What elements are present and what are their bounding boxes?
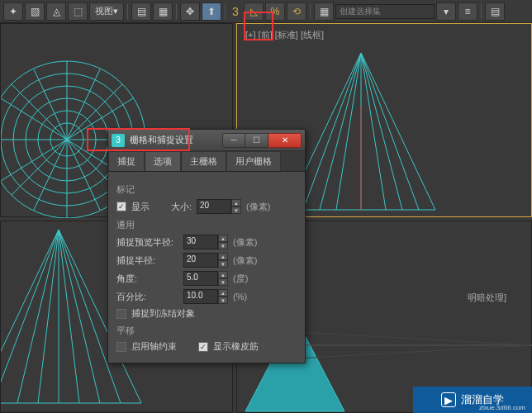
preview-radius-spinner[interactable]: 30 ▲▼ (183, 235, 228, 249)
snap-frozen-checkbox[interactable] (116, 309, 126, 319)
rubber-band-checkbox[interactable]: ✓ (198, 342, 208, 352)
grid-snap-settings-dialog: 3 栅格和捕捉设置 ─ ☐ ✕ 捕捉 选项 主栅格 用户栅格 标记 ✓ 显示 大… (107, 129, 306, 363)
tool-icon[interactable]: ▦ (314, 2, 334, 21)
tab-user-grid[interactable]: 用户栅格 (226, 151, 281, 171)
tab-main-grid[interactable]: 主栅格 (181, 151, 226, 171)
percent-spinner[interactable]: 10.0 ▲▼ (183, 289, 228, 304)
size-unit: (像素) (246, 201, 270, 213)
tool-icon[interactable]: ◬ (46, 2, 66, 21)
viewport-label: 明暗处理] (468, 292, 506, 304)
tool-icon[interactable]: ▦ (153, 2, 173, 21)
watermark: ▶ 溜溜自学 zixue.3d66.com (413, 387, 532, 413)
dialog-title: 栅格和捕捉设置 (130, 134, 222, 146)
angle-snap-icon[interactable]: ⟲ (287, 2, 306, 21)
main-toolbar: ✦ ▧ ◬ ⬚ 视图 ▾ ▤ ▦ ✥ ⬆ 3 ◺ % ⟲ ▦ 创建选择集 ▾ ≡… (0, 0, 532, 23)
angle-label: 角度: (116, 273, 178, 285)
tool-icon[interactable]: ▤ (485, 2, 505, 21)
percent-snap-icon[interactable]: % (265, 2, 285, 21)
tool-active-icon[interactable]: ⬆ (202, 2, 221, 21)
use-axis-checkbox[interactable] (116, 342, 126, 352)
app-icon: 3 (112, 134, 125, 147)
general-group-label: 通用 (116, 219, 297, 231)
use-axis-label: 启用轴约束 (131, 340, 177, 353)
svg-line-19 (303, 53, 361, 210)
snap-radius-label: 捕捉半径: (116, 254, 178, 267)
svg-line-31 (59, 230, 100, 403)
size-label: 大小: (171, 201, 192, 213)
svg-line-28 (17, 230, 59, 403)
percent-label: 百分比: (116, 291, 178, 303)
tool-icon[interactable]: ▾ (436, 2, 456, 21)
move-icon[interactable]: ✥ (180, 2, 200, 21)
dialog-titlebar[interactable]: 3 栅格和捕捉设置 ─ ☐ ✕ (108, 130, 305, 151)
maximize-button[interactable]: ☐ (245, 133, 268, 148)
snap-frozen-label: 捕捉到冻结对象 (131, 307, 195, 320)
tool-icon[interactable]: ✦ (3, 2, 23, 21)
play-icon: ▶ (441, 392, 456, 407)
selection-set-dropdown[interactable]: 创建选择集 (335, 4, 435, 19)
close-button[interactable]: ✕ (268, 133, 302, 148)
display-label: 显示 (131, 201, 150, 213)
angle-spinner[interactable]: 5.0 ▲▼ (183, 271, 228, 286)
preview-radius-label: 捕捉预览半径: (116, 236, 178, 249)
minimize-button[interactable]: ─ (222, 133, 245, 148)
tab-options[interactable]: 选项 (145, 151, 181, 171)
translation-group-label: 平移 (116, 325, 297, 337)
rubber-band-label: 显示橡皮筋 (213, 340, 259, 353)
tab-snap[interactable]: 捕捉 (108, 151, 145, 171)
size-spinner[interactable]: 20 ▲▼ (197, 199, 241, 214)
tool-icon[interactable]: ≡ (458, 2, 477, 21)
viewport-label[interactable]: [+] [前] [标准] [线框] (245, 29, 324, 41)
snap-number: 3 (229, 2, 242, 21)
tool-icon[interactable]: ⬚ (68, 2, 88, 21)
snap-toggle-icon[interactable]: ◺ (244, 2, 264, 21)
svg-line-24 (361, 53, 419, 210)
dialog-tabs: 捕捉 选项 主栅格 用户栅格 (108, 151, 305, 172)
svg-line-30 (59, 230, 79, 403)
marker-group-label: 标记 (116, 183, 297, 196)
tool-icon[interactable]: ▤ (131, 2, 151, 21)
view-dropdown[interactable]: 视图 ▾ (89, 2, 124, 21)
options-panel: 标记 ✓ 显示 大小: 20 ▲▼ (像素) 通用 捕捉预览半径: 30 ▲▼ … (108, 172, 305, 363)
display-checkbox[interactable]: ✓ (116, 202, 126, 211)
snap-radius-spinner[interactable]: 20 ▲▼ (183, 253, 228, 268)
tool-icon[interactable]: ▧ (25, 2, 45, 21)
svg-line-27 (1, 230, 59, 403)
